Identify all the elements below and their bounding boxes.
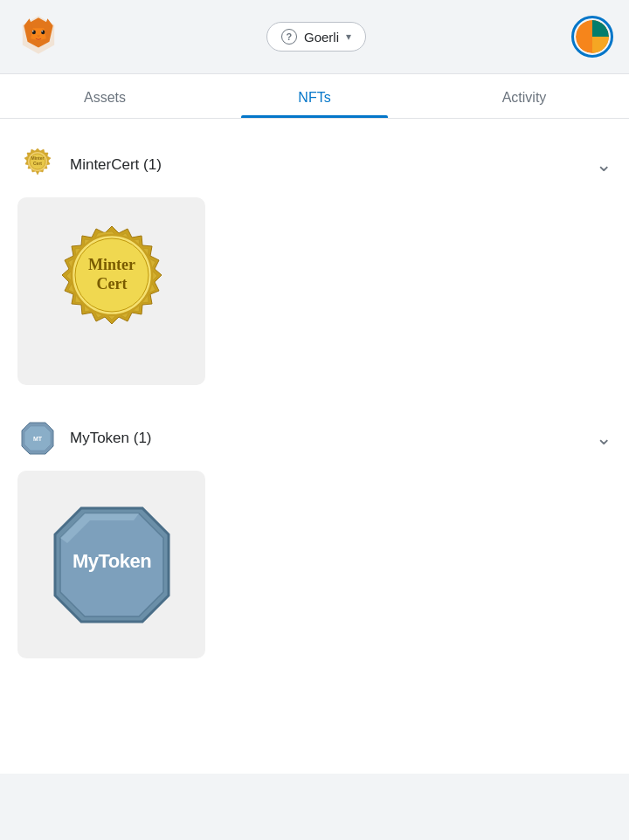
- svg-text:Minter: Minter: [88, 256, 135, 273]
- svg-marker-4: [31, 28, 46, 40]
- svg-text:MT: MT: [33, 436, 43, 442]
- mytoken-chevron-icon[interactable]: ⌄: [596, 427, 612, 450]
- mytoken-nft-card[interactable]: MyToken: [17, 471, 205, 658]
- svg-point-9: [41, 31, 43, 32]
- mytoken-collection-header: MT MyToken (1) ⌄: [17, 410, 612, 471]
- avatar-pie-chart: [576, 20, 609, 53]
- tab-nfts[interactable]: NFTs: [210, 74, 419, 118]
- svg-text:Cert: Cert: [33, 161, 42, 166]
- header: ? Goerli ▾: [0, 0, 629, 74]
- mytoken-collection-title: MyToken (1): [70, 430, 152, 447]
- mintercert-collection-left: Minter Cert MinterCert (1): [17, 145, 162, 185]
- network-question-icon: ?: [281, 29, 297, 45]
- chevron-down-icon: ▾: [346, 31, 351, 43]
- mintercert-collection-header: Minter Cert MinterCert (1) ⌄: [17, 136, 612, 197]
- account-avatar[interactable]: [571, 16, 613, 58]
- tab-bar: Assets NFTs Activity: [0, 74, 629, 119]
- nft-content: Minter Cert MinterCert (1) ⌄ Minter Cert: [0, 119, 629, 774]
- tab-assets[interactable]: Assets: [0, 74, 210, 118]
- mintercert-small-icon: Minter Cert: [17, 145, 58, 185]
- metamask-logo: [16, 12, 61, 61]
- mintercert-nft-card[interactable]: Minter Cert: [17, 197, 205, 385]
- network-selector-button[interactable]: ? Goerli ▾: [266, 22, 366, 52]
- network-label: Goerli: [304, 30, 339, 45]
- mintercert-collection-title: MinterCert (1): [70, 156, 162, 174]
- tab-activity[interactable]: Activity: [419, 74, 629, 118]
- svg-text:Cert: Cert: [96, 275, 127, 293]
- mytoken-small-icon: MT: [17, 418, 58, 458]
- mintercert-chevron-icon[interactable]: ⌄: [596, 154, 612, 176]
- mytoken-collection-left: MT MyToken (1): [17, 418, 152, 458]
- svg-text:MyToken: MyToken: [72, 550, 150, 572]
- svg-point-8: [32, 31, 34, 32]
